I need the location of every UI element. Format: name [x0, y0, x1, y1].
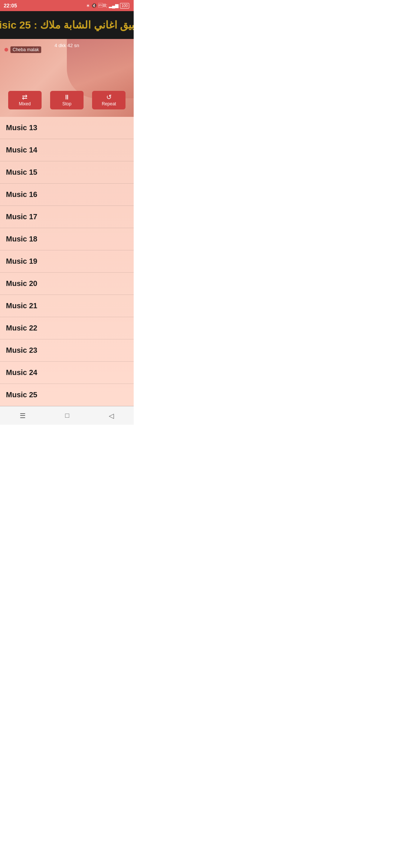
music-item-label: Music 13 — [6, 124, 37, 132]
list-item[interactable]: Music 19 — [0, 250, 134, 273]
music-item-label: Music 19 — [6, 257, 37, 266]
bluetooth-icon: ∗ — [86, 3, 90, 8]
header-banner: بيق اغاني الشابة ملاك : isic 25 — [0, 11, 134, 39]
list-item[interactable]: Music 18 — [0, 228, 134, 250]
time-display: 4 dkk 42 sn — [55, 43, 79, 48]
music-item-label: Music 17 — [6, 213, 37, 221]
list-item[interactable]: Music 22 — [0, 317, 134, 339]
back-button[interactable]: ◁ — [101, 409, 121, 423]
shuffle-label: Mixed — [19, 101, 31, 106]
music-item-label: Music 18 — [6, 235, 37, 243]
list-item[interactable]: Music 15 — [0, 161, 134, 184]
volume-icon: 🔇 — [91, 3, 97, 8]
shuffle-button[interactable]: ⇄ Mixed — [8, 91, 42, 109]
list-item[interactable]: Music 17 — [0, 206, 134, 228]
list-item[interactable]: Music 16 — [0, 184, 134, 206]
status-bar: 22:05 ∗ 🔇 Ill; ▂▄▆ 100 — [0, 0, 134, 11]
artist-badge: Cheba malak — [4, 46, 41, 53]
list-item[interactable]: Music 23 — [0, 339, 134, 362]
music-item-label: Music 21 — [6, 302, 37, 310]
recording-dot — [4, 48, 8, 52]
stop-button[interactable]: ⏸ Stop — [50, 91, 84, 109]
music-item-label: Music 24 — [6, 368, 37, 377]
repeat-button[interactable]: ↺ Repeat — [92, 91, 125, 109]
music-item-label: Music 14 — [6, 146, 37, 154]
home-button[interactable]: □ — [58, 409, 77, 423]
header-title: بيق اغاني الشابة ملاك : isic 25 — [0, 19, 134, 31]
menu-button[interactable]: ☰ — [12, 409, 33, 423]
repeat-label: Repeat — [102, 101, 116, 106]
list-item[interactable]: Music 24 — [0, 362, 134, 384]
nav-bar: ☰ □ ◁ — [0, 406, 134, 425]
list-item[interactable]: Music 20 — [0, 273, 134, 295]
list-item[interactable]: Music 14 — [0, 139, 134, 161]
player-area: 4 dkk 42 sn Cheba malak ⇄ Mixed ⏸ Stop ↺… — [0, 39, 134, 117]
shuffle-icon: ⇄ — [22, 94, 27, 101]
back-icon: ◁ — [109, 412, 114, 420]
home-icon: □ — [65, 412, 69, 419]
pause-icon: ⏸ — [63, 94, 70, 101]
battery-indicator: 100 — [120, 3, 129, 9]
list-item[interactable]: Music 21 — [0, 295, 134, 317]
list-item[interactable]: Music 13 — [0, 117, 134, 139]
music-list-inner: Music 13Music 14Music 15Music 16Music 17… — [0, 117, 134, 406]
signal-bars: ▂▄▆ — [109, 3, 119, 8]
menu-icon: ☰ — [20, 412, 26, 420]
artist-name: Cheba malak — [10, 46, 41, 53]
music-item-label: Music 22 — [6, 324, 37, 332]
music-item-label: Music 25 — [6, 391, 37, 399]
stop-label: Stop — [62, 101, 72, 106]
signal-icon: Ill; — [98, 3, 107, 8]
status-icons: ∗ 🔇 Ill; ▂▄▆ 100 — [86, 3, 129, 9]
music-item-label: Music 15 — [6, 168, 37, 177]
controls-row: ⇄ Mixed ⏸ Stop ↺ Repeat — [0, 91, 134, 109]
status-time: 22:05 — [4, 3, 17, 9]
music-item-label: Music 16 — [6, 190, 37, 199]
repeat-icon: ↺ — [106, 94, 112, 101]
music-item-label: Music 23 — [6, 346, 37, 355]
music-item-label: Music 20 — [6, 279, 37, 288]
list-item[interactable]: Music 25 — [0, 384, 134, 406]
music-list: Music 13Music 14Music 15Music 16Music 17… — [0, 117, 134, 406]
